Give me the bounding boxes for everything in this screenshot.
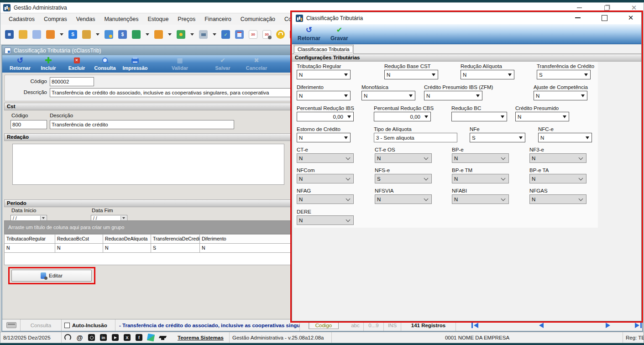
credito-presumido-select[interactable]: N [515, 112, 569, 121]
minimize-icon[interactable] [575, 15, 581, 21]
grid-col-transferenciadecredito[interactable]: TransferenciaDeCredito [151, 234, 200, 244]
reducao-base-cst-select[interactable]: N [384, 70, 438, 79]
ct-e-select[interactable]: N [297, 153, 354, 163]
id-card-icon[interactable] [32, 30, 41, 39]
redacao-textarea[interactable] [12, 144, 284, 185]
grid-col-reducaodealiquota[interactable]: ReducaoDeAliquota [103, 234, 151, 244]
document-s-icon[interactable] [68, 30, 77, 39]
tab-classificacao-tributaria[interactable]: Classificacao Tributaria [293, 45, 354, 54]
calculator-icon[interactable] [235, 30, 244, 39]
package-icon[interactable] [82, 30, 91, 39]
chevron-down-icon[interactable] [60, 33, 63, 36]
calendar-icon[interactable] [249, 30, 257, 39]
auto-inclusao-toggle[interactable]: Auto-Inclusão [62, 319, 115, 331]
transferencia-credito-select[interactable]: S [537, 70, 591, 79]
incluir-button[interactable]: Incluir [34, 56, 63, 72]
lock-icon[interactable] [276, 30, 285, 39]
minimize-icon[interactable] [576, 5, 582, 11]
previous-record-button[interactable] [539, 323, 544, 328]
calendar-dropdown-icon[interactable] [120, 216, 126, 220]
box-icon[interactable] [154, 30, 163, 39]
printer-icon[interactable] [199, 30, 208, 39]
codigo-input[interactable] [50, 77, 94, 86]
nfc-e-select[interactable]: N [538, 133, 592, 142]
chevron-down-icon[interactable] [146, 33, 149, 36]
linkedin-icon[interactable]: in [100, 334, 107, 341]
chevron-down-icon[interactable] [168, 33, 172, 36]
chevron-down-icon[interactable] [190, 33, 194, 36]
cart-icon[interactable] [132, 30, 141, 39]
nfe-select[interactable]: S [470, 133, 525, 142]
nfsvia-select[interactable]: N [375, 194, 432, 204]
headset-icon[interactable] [64, 334, 71, 341]
bank-icon[interactable] [118, 30, 127, 39]
calendar-gear-icon[interactable] [262, 30, 271, 39]
retornar-button[interactable]: ↺ Retornar [6, 56, 34, 72]
building-icon[interactable] [5, 30, 14, 39]
close-icon[interactable]: ✕ [631, 5, 637, 11]
credito-presumido-ibs-zfm-select[interactable]: N [424, 91, 482, 100]
menu-vendas[interactable]: Vendas [72, 15, 100, 24]
menu-comunicacao[interactable]: Comunicação [236, 15, 280, 24]
bp-e-tm-select[interactable]: N [452, 174, 509, 183]
x-icon[interactable]: X [124, 334, 131, 341]
facebook-icon[interactable]: f [136, 334, 142, 341]
monofasica-select[interactable]: N [361, 91, 415, 100]
nfcom-select[interactable]: N [297, 174, 354, 183]
ct-e-os-select[interactable]: N [375, 153, 432, 163]
bp-e-select[interactable]: N [452, 153, 509, 163]
graduation-cap-icon[interactable] [159, 334, 166, 341]
percentual-reducao-cbs-select[interactable]: 0,00 [374, 112, 431, 121]
excluir-button[interactable]: ✕ Excluir [63, 56, 91, 72]
org-chart-icon[interactable] [46, 30, 55, 39]
menu-estoque[interactable]: Estoque [143, 15, 173, 24]
descricao-input[interactable] [50, 88, 291, 97]
menu-compras[interactable]: Compras [39, 15, 72, 24]
menu-financeiro[interactable]: Financeiro [200, 15, 236, 24]
nfabi-select[interactable]: N [452, 194, 509, 204]
restore-icon[interactable] [603, 5, 610, 11]
calendar-dropdown-icon[interactable] [40, 216, 46, 220]
estorno-credito-select[interactable]: N [297, 133, 351, 142]
dere-select[interactable]: N [297, 215, 354, 225]
consulta-button[interactable]: Consulta [91, 56, 119, 72]
kite-icon[interactable] [147, 334, 155, 341]
keyboard-icon[interactable] [6, 322, 16, 328]
money-icon[interactable] [177, 30, 185, 39]
nfag-select[interactable]: N [297, 194, 354, 204]
people-icon[interactable] [19, 30, 27, 39]
nf3-e-select[interactable]: N [529, 153, 586, 163]
grid-col-tributacaoregular[interactable]: TributacaoRegular [4, 234, 55, 244]
tipo-aliquota-input[interactable]: 3 - Sem aliquota [374, 133, 457, 142]
nfs-e-select[interactable]: S [375, 174, 432, 183]
instagram-icon[interactable] [88, 334, 95, 341]
last-record-button[interactable] [635, 323, 642, 328]
at-icon[interactable]: @ [76, 334, 83, 341]
youtube-icon[interactable] [112, 334, 119, 341]
maximize-icon[interactable] [601, 15, 607, 21]
person-coin-icon[interactable] [105, 30, 113, 39]
chevron-down-icon[interactable] [96, 33, 99, 36]
close-icon[interactable]: ✕ [628, 15, 634, 21]
cst-descricao-input[interactable] [50, 120, 234, 129]
menu-precos[interactable]: Preços [173, 15, 200, 24]
nfgas-select[interactable]: N [529, 194, 586, 204]
first-record-button[interactable] [471, 323, 478, 328]
tributacao-regular-select[interactable]: N [297, 70, 351, 79]
cst-codigo-input[interactable] [10, 120, 47, 129]
dialog-gravar-button[interactable]: ✔ Gravar [329, 26, 350, 42]
reducao-aliquota-select[interactable]: N [461, 70, 514, 79]
next-record-button[interactable] [606, 323, 610, 328]
impressao-button[interactable]: Impressão [119, 56, 151, 72]
teorema-sistemas-link[interactable]: Teorema Sistemas [178, 335, 224, 340]
checkbox-icon[interactable] [64, 323, 70, 328]
chevron-down-icon[interactable] [213, 33, 216, 36]
menu-manutencoes[interactable]: Manutenções [99, 15, 143, 24]
table-check-icon[interactable] [221, 30, 230, 39]
grid-col-reducaobccst[interactable]: ReducaoBcCst [55, 234, 103, 244]
diferimento-select[interactable]: N [297, 91, 351, 100]
ajuste-competencia-select[interactable]: N [534, 91, 587, 100]
reducao-bc-select[interactable] [451, 112, 507, 121]
bp-e-ta-select[interactable]: N [529, 174, 586, 183]
menu-cadastros[interactable]: Cadastros [4, 15, 39, 24]
